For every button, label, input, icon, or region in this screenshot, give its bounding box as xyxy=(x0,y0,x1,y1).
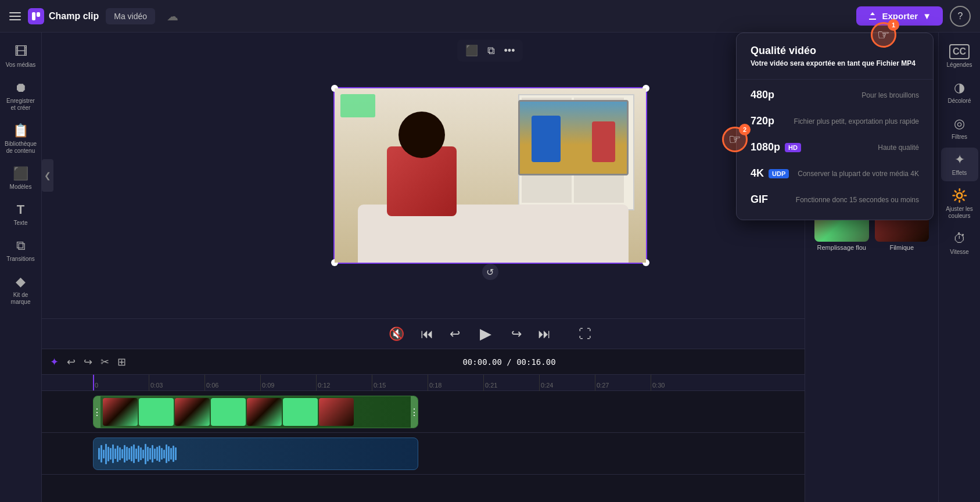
ruler-mark-9: 0:27 xyxy=(595,375,651,391)
sidebar-item-media-label: Vos médias xyxy=(6,62,36,69)
ruler-mark-10: 0:30 xyxy=(651,375,706,391)
clip-thumb-6 xyxy=(283,398,318,426)
sidebar-item-effects-label: Effets xyxy=(952,170,967,177)
timeline-toolbar: ✦ ↩ ↪ ✂ ⊞ 00:00.00 / 00:16.00 ⊖ ⊕ ⤢ xyxy=(42,349,938,375)
hd-badge: HD xyxy=(785,143,801,152)
video-track-clip[interactable]: ⋮ xyxy=(93,396,418,428)
redo-button[interactable]: ↪ xyxy=(82,354,94,370)
udp-badge: UDP xyxy=(769,169,789,178)
filters-icon: ◎ xyxy=(954,116,965,131)
crop-button[interactable]: ⬛ xyxy=(463,43,480,58)
help-button[interactable]: ? xyxy=(950,6,971,27)
quality-option-480p[interactable]: 480p Pour les brouillons xyxy=(737,82,933,108)
ruler-mark-5: 0:15 xyxy=(372,375,428,391)
inner-screen xyxy=(518,100,629,175)
clip-thumb-4 xyxy=(211,398,246,426)
timeline-ruler: 0 0:03 0:06 0:09 0:12 0:15 0:18 0:21 0:2… xyxy=(42,375,938,391)
sidebar-item-transitions-label: Transitions xyxy=(6,256,35,263)
cut-button[interactable]: ✂ xyxy=(99,354,110,370)
clip-thumbnails xyxy=(102,397,410,427)
sidebar-item-filters-label: Filtres xyxy=(952,134,967,141)
ruler-mark-0: 0 xyxy=(93,375,149,391)
timeline-playhead xyxy=(93,375,94,390)
quality-dropdown: Qualité vidéo Votre vidéo sera exportée … xyxy=(736,33,934,220)
undo-button[interactable]: ↩ xyxy=(66,354,77,370)
clip-thumb-2 xyxy=(139,398,174,426)
forward-button[interactable]: ↪ xyxy=(509,324,524,344)
quality-label-gif: GIF xyxy=(751,193,768,206)
fullscreen-button[interactable]: ⛶ xyxy=(576,324,594,344)
record-icon: ⏺ xyxy=(15,80,27,95)
rewind-button[interactable]: ↩ xyxy=(447,324,462,344)
text-icon: T xyxy=(17,202,24,217)
video-track-header xyxy=(42,391,93,432)
sidebar-item-speed[interactable]: ⏱ Vitesse xyxy=(941,227,978,260)
sidebar-item-adjust[interactable]: 🔆 Ajuster les couleurs xyxy=(941,184,978,224)
playback-controls: 🔇 ⏮ ↩ ▶ ↪ ⏭ ⛶ xyxy=(42,318,938,349)
video-track-row: ⋮ xyxy=(42,391,938,433)
speed-icon: ⏱ xyxy=(953,231,966,246)
sidebar-item-text-label: Texte xyxy=(14,220,28,227)
skip-back-button[interactable]: ⏮ xyxy=(418,324,436,344)
quality-label-480p: 480p xyxy=(751,89,774,101)
sidebar-item-cc[interactable]: CC Légendes xyxy=(941,40,978,73)
video-canvas: ↺ xyxy=(333,87,647,264)
logo-icon xyxy=(28,8,44,24)
top-bar-right: Exporter ▼ ? xyxy=(856,6,971,27)
ruler-mark-7: 0:21 xyxy=(483,375,539,391)
sidebar-item-effects[interactable]: ✦ Effets xyxy=(941,148,978,181)
sidebar-item-filters[interactable]: ◎ Filtres xyxy=(941,112,978,145)
ruler-mark-2: 0:06 xyxy=(204,375,260,391)
clip-handle-right[interactable]: ⋮ xyxy=(411,396,418,428)
more-button[interactable]: ••• xyxy=(502,44,518,58)
quality-desc-480p: Pour les brouillons xyxy=(861,91,919,99)
quality-option-1080p[interactable]: 1080p HD Haute qualité xyxy=(737,134,933,160)
skip-forward-button[interactable]: ⏭ xyxy=(536,324,553,344)
clip-handle-left[interactable]: ⋮ xyxy=(94,396,100,428)
tab-ma-video[interactable]: Ma vidéo xyxy=(106,8,155,24)
sidebar-item-speed-label: Vitesse xyxy=(950,249,969,256)
ruler-mark-8: 0:24 xyxy=(539,375,595,391)
left-sidebar: 🎞 Vos médias ⏺ Enregistrer et créer 📋 Bi… xyxy=(0,33,42,502)
quality-divider-1 xyxy=(737,79,933,80)
app-title: Champ clip xyxy=(49,11,99,21)
sidebar-item-decolor[interactable]: ◑ Décoloré xyxy=(941,76,978,109)
sidebar-item-models[interactable]: ⬛ Modèles xyxy=(2,162,40,195)
magic-button[interactable]: ✦ xyxy=(49,354,60,370)
sidebar-item-brandkit[interactable]: ◆ Kit de marque xyxy=(2,270,40,310)
video-scene xyxy=(335,88,646,263)
sidebar-item-cc-label: Légendes xyxy=(947,62,972,69)
quality-desc-4k: Conserver la plupart de votre média 4K xyxy=(798,170,919,178)
sidebar-item-record[interactable]: ⏺ Enregistrer et créer xyxy=(2,76,40,116)
video-rotate-button[interactable]: ↺ xyxy=(482,264,498,280)
timeline-tracks: ⋮ xyxy=(42,391,938,502)
sidebar-item-library-label: Bibliothèque de contenu xyxy=(5,141,37,155)
quality-title: Qualité vidéo xyxy=(737,45,933,59)
expand-left-button[interactable]: ❮ xyxy=(42,159,53,192)
effects-icon: ✦ xyxy=(954,152,965,167)
play-button[interactable]: ▶ xyxy=(474,322,497,346)
quality-option-gif[interactable]: GIF Fonctionne donc 15 secondes ou moins xyxy=(737,187,933,213)
quality-subtitle: Votre vidéo sera exportée en tant que Fi… xyxy=(737,59,933,77)
sidebar-item-transitions[interactable]: ⧉ Transitions xyxy=(2,234,40,267)
export-button[interactable]: Exporter ▼ xyxy=(856,6,943,26)
quality-desc-gif: Fonctionne donc 15 secondes ou moins xyxy=(796,196,919,204)
quality-desc-1080p: Haute qualité xyxy=(878,144,919,152)
quality-label-1080p: 1080p HD xyxy=(751,141,801,153)
timeline-area: ✦ ↩ ↪ ✂ ⊞ 00:00.00 / 00:16.00 ⊖ ⊕ ⤢ 0 0:… xyxy=(42,349,938,502)
no-audio-button[interactable]: 🔇 xyxy=(386,324,407,344)
sidebar-item-media[interactable]: 🎞 Vos médias xyxy=(2,40,40,73)
ruler-mark-1: 0:03 xyxy=(149,375,204,391)
quality-option-4k[interactable]: 4K UDP Conserver la plupart de votre méd… xyxy=(737,160,933,187)
brandkit-icon: ◆ xyxy=(16,274,26,289)
quality-option-720p[interactable]: 720p Fichier plus petit, exportation plu… xyxy=(737,108,933,134)
sidebar-item-library[interactable]: 📋 Bibliothèque de contenu xyxy=(2,119,40,159)
hamburger-menu[interactable] xyxy=(9,12,21,20)
transitions-icon: ⧉ xyxy=(16,238,26,253)
pip-button[interactable]: ⧉ xyxy=(485,44,497,58)
sidebar-item-text[interactable]: T Texte xyxy=(2,198,40,231)
audio-track-clip[interactable] xyxy=(93,438,418,470)
cc-icon: CC xyxy=(949,44,970,59)
timeline-time: 00:00.00 / 00:16.00 xyxy=(462,357,555,367)
add-media-button[interactable]: ⊞ xyxy=(116,354,127,370)
